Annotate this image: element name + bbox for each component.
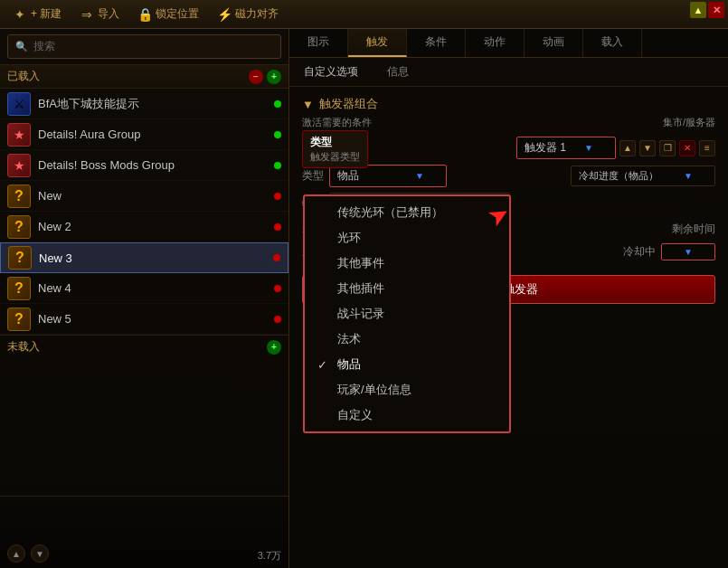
check-icon-7: ✓ — [317, 358, 330, 372]
trigger-delete-button[interactable]: ✕ — [679, 140, 695, 156]
status-badge — [274, 285, 281, 292]
import-button[interactable]: ⇒ 导入 — [74, 5, 125, 24]
list-item[interactable]: ? New 5 — [0, 304, 288, 335]
aura-name: New 4 — [38, 281, 269, 295]
aura-icon: ★ — [7, 123, 31, 147]
panel-bottom: ▲ ▼ 3.7万 — [0, 496, 288, 568]
aura-name: New 5 — [38, 312, 269, 326]
dd-menu-item-5[interactable]: 战斗记录 — [305, 301, 509, 327]
lock-icon: 🔒 — [137, 7, 152, 22]
dd-menu-item-7[interactable]: ✓ 物品 — [305, 352, 509, 377]
trigger1-type-row: 类型 类型 触发器类型 物品 ▼ 冷却进度（物品） ▼ — [302, 165, 715, 187]
tab-condition[interactable]: 条件 — [407, 29, 466, 57]
list-item[interactable]: ? New 2 — [0, 212, 288, 242]
dd-menu-item-1[interactable]: 传统光环（已禁用） — [305, 200, 509, 225]
aura-name: Details! Boss Mods Group — [38, 158, 269, 172]
status-badge — [273, 254, 280, 261]
loaded-section-buttons: − + — [249, 70, 281, 84]
tab-trigger[interactable]: 触发 — [348, 29, 407, 57]
cooldown-in-label: 冷却中 — [623, 244, 656, 260]
search-placeholder: 搜索 — [33, 39, 55, 54]
close-button[interactable]: ✕ — [708, 2, 724, 18]
dd-menu-item-3[interactable]: 其他事件 — [305, 251, 509, 276]
scroll-down-button[interactable]: ▼ — [31, 544, 49, 563]
tab-sub-info[interactable]: 信息 — [373, 62, 423, 82]
trigger1-select-arrow-icon: ▼ — [584, 143, 593, 153]
tooltip-title: 类型 — [310, 135, 360, 150]
tab-display[interactable]: 图示 — [289, 29, 348, 57]
trigger1-select[interactable]: 触发器 1 ▼ — [516, 137, 616, 159]
trigger-nav-down-button[interactable]: ▼ — [639, 140, 656, 156]
tab-bar: 图示 触发 条件 动作 动画 载入 — [289, 29, 728, 58]
dd-menu-item-9[interactable]: 自定义 — [305, 402, 509, 428]
loaded-plus-button[interactable]: + — [267, 70, 281, 84]
trigger-list-button[interactable]: ≡ — [699, 140, 715, 156]
dd-menu-item-6[interactable]: 法术 — [305, 327, 509, 352]
status-badge — [274, 100, 281, 108]
trigger-group-subtitle: 激活需要的条件 — [302, 116, 372, 129]
lock-button[interactable]: 🔒 锁定位置 — [132, 5, 204, 24]
aura-icon: ? — [7, 185, 31, 208]
status-badge — [274, 193, 281, 200]
dd-menu-item-8[interactable]: 玩家/单位信息 — [305, 377, 509, 402]
status-badge — [274, 223, 281, 231]
tab-animation[interactable]: 动画 — [525, 29, 583, 57]
cooldown-dropdown[interactable]: 冷却进度（物品） ▼ — [571, 166, 715, 186]
tab-load[interactable]: 载入 — [583, 29, 642, 57]
status-badge — [274, 316, 281, 323]
trigger-copy-button[interactable]: ❐ — [659, 140, 676, 156]
list-item[interactable]: ? New — [0, 181, 288, 212]
type-dropdown-arrow-icon: ▼ — [415, 171, 424, 181]
search-input-container[interactable]: 🔍 搜索 — [7, 34, 281, 59]
trigger-nav-up-button[interactable]: ▲ — [619, 140, 636, 156]
cooldown-in-arrow-icon: ▼ — [684, 247, 693, 257]
aura-icon: ? — [7, 277, 31, 300]
aura-name: BfA地下城技能提示 — [38, 96, 269, 112]
magnet-icon: ⚡ — [217, 7, 232, 22]
stats-text: 3.7万 — [258, 549, 281, 563]
scroll-up-button[interactable]: ▲ — [7, 544, 25, 563]
loaded-label: 已载入 — [7, 69, 40, 84]
list-item[interactable]: ? New 4 — [0, 273, 288, 304]
import-icon: ⇒ — [80, 7, 94, 22]
sub-tab-bar: 自定义选项 信息 — [289, 58, 728, 87]
aura-icon: ? — [7, 308, 31, 331]
search-icon: 🔍 — [15, 41, 28, 52]
status-badge — [274, 162, 281, 169]
trigger-group-side: 集市/服务器 — [663, 116, 715, 129]
aura-name: New 2 — [38, 220, 269, 233]
tab-action[interactable]: 动作 — [466, 29, 525, 57]
tooltip-desc: 触发器类型 — [310, 150, 360, 164]
cooldown-dropdown-arrow-icon: ▼ — [684, 171, 693, 181]
trigger-group-title: ▼ 触发器组合 — [302, 96, 715, 112]
aura-icon: ★ — [7, 154, 31, 177]
minimize-button[interactable]: ▲ — [690, 2, 706, 18]
aura-icon: ? — [7, 215, 31, 239]
list-item[interactable]: ★ Details! Aura Group — [0, 119, 288, 150]
unloaded-plus-button[interactable]: + — [267, 340, 281, 355]
magnet-button[interactable]: ⚡ 磁力对齐 — [212, 5, 284, 24]
aura-icon: ⚔ — [7, 92, 31, 116]
tab-sub-custom[interactable]: 自定义选项 — [289, 62, 373, 82]
dd-menu-item-4[interactable]: 其他插件 — [305, 276, 509, 301]
left-panel: 🔍 搜索 已载入 − + ⚔ BfA地下城技能提示 ★ Details! Aur… — [0, 29, 289, 568]
time-label: 剩余时间 — [672, 222, 715, 237]
toolbar: ✦ + 新建 ⇒ 导入 🔒 锁定位置 ⚡ 磁力对齐 — [0, 0, 728, 29]
aura-name: Details! Aura Group — [38, 128, 269, 141]
section-arrow-icon: ▼ — [302, 98, 314, 111]
loaded-minus-button[interactable]: − — [249, 70, 263, 84]
loaded-section-header: 已载入 − + — [0, 65, 288, 89]
type-dropdown-menu: 传统光环（已禁用） 光环 其他事件 其他插件 战斗记录 法术 ✓ 物品 玩家/单… — [303, 194, 511, 433]
list-item[interactable]: ? New 3 — [0, 242, 288, 273]
window-controls: ▲ ✕ — [690, 2, 724, 18]
aura-icon: ? — [8, 246, 32, 270]
dd-menu-item-2[interactable]: 光环 — [305, 225, 509, 251]
new-button[interactable]: ✦ + 新建 — [7, 5, 67, 24]
aura-name: New — [38, 189, 269, 203]
list-item[interactable]: ★ Details! Boss Mods Group — [0, 150, 288, 181]
aura-name: New 3 — [39, 251, 268, 265]
list-item[interactable]: ⚔ BfA地下城技能提示 — [0, 89, 288, 119]
type-tooltip: 类型 触发器类型 — [302, 130, 368, 168]
aura-list: ⚔ BfA地下城技能提示 ★ Details! Aura Group ★ Det… — [0, 89, 288, 335]
cooldown-in-dropdown[interactable]: ▼ — [661, 243, 715, 260]
